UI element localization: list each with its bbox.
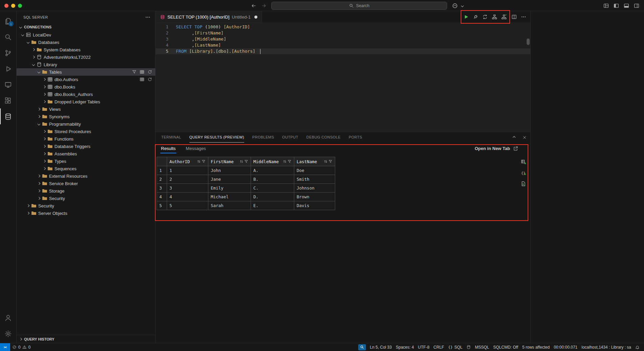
grid-cell[interactable]: 2 xyxy=(167,175,208,184)
grid-cell[interactable]: Sarah xyxy=(208,201,251,210)
grid-cell[interactable]: Doe xyxy=(294,166,335,175)
refresh-icon[interactable] xyxy=(147,77,152,82)
mssql-server-status-icon[interactable] xyxy=(464,343,473,351)
grid-row-number[interactable]: 3 xyxy=(157,184,167,193)
grid-cell[interactable]: Johnson xyxy=(294,184,335,193)
tree-item-types[interactable]: Types xyxy=(17,157,155,165)
activity-bar-explorer[interactable]: 1 xyxy=(0,13,16,29)
tree-item-assemblies[interactable]: Assemblies xyxy=(17,150,155,157)
code-line-3[interactable]: 3 ,[MiddleName] xyxy=(156,36,530,42)
grid-cell[interactable]: 4 xyxy=(167,193,208,201)
results-tab-results[interactable]: Results xyxy=(160,144,176,153)
zoom-indicator[interactable] xyxy=(358,344,366,350)
sort-icon[interactable] xyxy=(197,159,201,164)
grid-row-number[interactable]: 5 xyxy=(157,201,167,210)
navigate-back-icon[interactable] xyxy=(251,3,256,8)
grid-cell[interactable]: 3 xyxy=(167,184,208,193)
code-line-4[interactable]: 4 ,[LastName] xyxy=(156,42,530,48)
activity-bar-settings[interactable] xyxy=(0,326,16,342)
tree-item-service-broker[interactable]: Service Broker xyxy=(17,180,155,187)
grid-cell[interactable]: Michael xyxy=(208,193,251,201)
grid-cell[interactable]: John xyxy=(208,166,251,175)
open-in-new-tab-button[interactable]: Open in New Tab xyxy=(475,146,519,151)
connections-section-header[interactable]: CONNECTIONS xyxy=(17,23,155,31)
tree-item-databases[interactable]: Databases xyxy=(17,39,155,46)
grid-cell[interactable]: 1 xyxy=(167,166,208,175)
actual-plan-button[interactable] xyxy=(501,14,507,20)
tree-item-security[interactable]: Security xyxy=(17,195,155,202)
save-as-json-icon[interactable]: {} xyxy=(521,170,526,176)
cursor-position-status[interactable]: Ln 5, Col 33 xyxy=(368,343,394,351)
tree-item-dbo-books[interactable]: dbo.Books xyxy=(17,83,155,91)
more-actions-button[interactable] xyxy=(521,14,526,20)
activity-bar-extensions[interactable] xyxy=(0,93,16,108)
filter-icon[interactable] xyxy=(288,159,292,164)
panel-tab-terminal[interactable]: TERMINAL xyxy=(161,132,181,143)
sidebar-more-actions-icon[interactable] xyxy=(145,15,151,20)
tree-item-database-triggers[interactable]: Database Triggers xyxy=(17,143,155,150)
tree-item-adventureworkslt2022[interactable]: AdventureWorksLT2022 xyxy=(17,53,155,61)
tree-item-library[interactable]: Library xyxy=(17,61,155,68)
grid-column-header-middlename[interactable]: MiddleName xyxy=(251,157,294,166)
tree-item-external-resources[interactable]: External Resources xyxy=(17,172,155,180)
minimize-window-button[interactable] xyxy=(11,4,15,8)
editor-scrollbar[interactable] xyxy=(527,39,530,45)
save-as-csv-icon[interactable] xyxy=(521,159,526,165)
tree-item-dbo-books-authors[interactable]: dbo.Books_Authors xyxy=(17,91,155,98)
panel-tab-ports[interactable]: PORTS xyxy=(349,132,362,143)
filter-icon[interactable] xyxy=(328,159,332,164)
activity-bar-remote-explorer[interactable] xyxy=(0,77,16,93)
grid-row[interactable]: 33EmilyC.Johnson xyxy=(157,184,335,193)
panel-tab-problems[interactable]: PROBLEMS xyxy=(252,132,274,143)
tree-item-functions[interactable]: Functions xyxy=(17,135,155,143)
code-line-5[interactable]: 5FROM [Library].[dbo].[Authors] xyxy=(156,48,530,54)
grid-cell[interactable]: A. xyxy=(251,166,294,175)
activity-bar-sql-server[interactable] xyxy=(0,108,16,124)
code-editor[interactable]: 1SELECT TOP (1000) [AuthorID]2 ,[FirstNa… xyxy=(156,23,530,132)
sort-icon[interactable] xyxy=(283,159,287,164)
activity-bar-accounts[interactable] xyxy=(0,310,16,326)
panel-tab-query-results-preview[interactable]: QUERY RESULTS (PREVIEW) xyxy=(189,132,244,143)
remote-indicator[interactable]: >< xyxy=(0,343,10,351)
tree-item-tables[interactable]: Tables xyxy=(17,68,155,76)
grid-row[interactable]: 44MichaelD.Brown xyxy=(157,193,335,201)
sort-icon[interactable] xyxy=(239,159,244,164)
modified-indicator[interactable] xyxy=(254,16,257,19)
estimated-plan-button[interactable] xyxy=(492,14,497,20)
grid-cell[interactable]: E. xyxy=(251,201,294,210)
sort-icon[interactable] xyxy=(324,159,328,164)
tree-item-dropped-ledger-tables[interactable]: Dropped Ledger Tables xyxy=(17,98,155,105)
activity-bar-search[interactable] xyxy=(0,29,16,45)
tree-item-storage[interactable]: Storage xyxy=(17,187,155,195)
grid-row-number[interactable]: 2 xyxy=(157,175,167,184)
grid-column-header-authorid[interactable]: AuthorID xyxy=(167,157,208,166)
results-tab-messages[interactable]: Messages xyxy=(185,144,206,153)
grid-row[interactable]: 22JaneB.Smith xyxy=(157,175,335,184)
grid-column-header-lastname[interactable]: LastName xyxy=(294,157,335,166)
grid-cell[interactable]: D. xyxy=(251,193,294,201)
split-editor-button[interactable] xyxy=(511,14,517,20)
close-window-button[interactable] xyxy=(4,4,8,8)
grid-row-number[interactable]: 1 xyxy=(157,166,167,175)
problems-status[interactable]: 0 0 xyxy=(10,343,32,351)
activity-bar-source-control[interactable] xyxy=(0,45,16,61)
code-line-1[interactable]: 1SELECT TOP (1000) [AuthorID] xyxy=(156,24,530,30)
code-line-2[interactable]: 2 ,[FirstName] xyxy=(156,30,530,36)
encoding-status[interactable]: UTF-8 xyxy=(416,343,432,351)
filter-icon[interactable] xyxy=(202,159,206,164)
toggle-primary-sidebar-icon[interactable] xyxy=(614,3,619,8)
disconnect-button[interactable] xyxy=(473,14,478,20)
grid-cell[interactable]: C. xyxy=(251,184,294,193)
grid-row[interactable]: 11JohnA.Doe xyxy=(157,166,335,175)
editor-tab[interactable]: SELECT TOP (1000) [AuthorID] Untitled-1 xyxy=(156,11,262,23)
navigate-forward-icon[interactable] xyxy=(261,3,267,8)
grid-cell[interactable]: Davis xyxy=(294,201,335,210)
grid-corner-cell[interactable] xyxy=(157,157,167,166)
panel-maximize-icon[interactable] xyxy=(511,135,517,140)
filter-icon[interactable] xyxy=(244,159,248,164)
grid-cell[interactable]: B. xyxy=(251,175,294,184)
indentation-status[interactable]: Spaces: 4 xyxy=(394,343,416,351)
toggle-secondary-sidebar-icon[interactable] xyxy=(634,3,639,8)
grid-cell[interactable]: Emily xyxy=(208,184,251,193)
table-grid-icon[interactable] xyxy=(140,77,144,82)
